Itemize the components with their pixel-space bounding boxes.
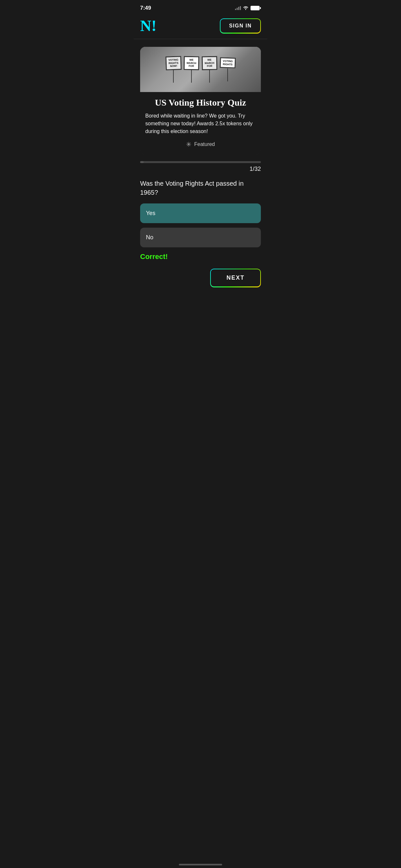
answer-yes-button[interactable]: Yes	[140, 204, 261, 223]
featured-badge: ✳ Featured	[145, 141, 256, 148]
battery-icon	[251, 6, 261, 10]
quiz-card-body: US Voting History Quiz Bored while waiti…	[140, 92, 261, 155]
protest-signs-overlay: VOTINGRIGHTSNOW! WEMARCHFOR WEMARCHFOR V…	[140, 47, 261, 92]
progress-count: 1/32	[140, 166, 261, 173]
progress-bar-background	[140, 161, 261, 163]
app-logo: N!	[140, 18, 157, 34]
wifi-icon	[243, 6, 249, 10]
question-text: Was the Voting Rights Act passed in 1965…	[140, 179, 261, 197]
header: N! SIGN IN	[134, 14, 267, 39]
svg-rect-0	[235, 9, 236, 10]
answer-no-label: No	[146, 234, 153, 241]
next-button-wrapper[interactable]: NEXT	[140, 269, 261, 287]
sign-in-button[interactable]: SIGN IN	[220, 19, 260, 33]
protest-sign-3: WEMARCHFOR	[202, 56, 217, 83]
quiz-title: US Voting History Quiz	[145, 97, 256, 108]
svg-rect-2	[238, 7, 239, 10]
answer-yes-label: Yes	[146, 210, 155, 216]
svg-rect-3	[240, 6, 241, 10]
quiz-card: VOTINGRIGHTSNOW! WEMARCHFOR WEMARCHFOR V…	[140, 47, 261, 155]
header-divider	[134, 39, 267, 39]
status-time: 7:49	[140, 5, 151, 11]
next-button-gradient[interactable]: NEXT	[210, 269, 261, 287]
featured-label: Featured	[194, 142, 215, 147]
next-button[interactable]: NEXT	[211, 269, 260, 286]
quiz-image: VOTINGRIGHTSNOW! WEMARCHFOR WEMARCHFOR V…	[140, 47, 261, 92]
answer-no-button[interactable]: No	[140, 228, 261, 247]
protest-sign-1: VOTINGRIGHTSNOW!	[166, 56, 181, 83]
question-section: Was the Voting Rights Act passed in 1965…	[140, 179, 261, 247]
protest-sign-4: VOTINGRIGHTS	[220, 58, 236, 81]
svg-rect-1	[237, 8, 238, 10]
progress-section: 1/32	[140, 161, 261, 173]
sign-in-button-wrapper[interactable]: SIGN IN	[220, 19, 261, 34]
featured-icon: ✳	[186, 141, 191, 148]
quiz-description: Bored while waiting in line? We got you.…	[145, 112, 256, 135]
signal-icon	[235, 6, 241, 10]
progress-bar-fill	[140, 161, 144, 163]
status-bar: 7:49	[134, 0, 267, 14]
feedback-text: Correct!	[140, 252, 261, 261]
protest-sign-2: WEMARCHFOR	[184, 56, 199, 83]
status-icons	[235, 6, 261, 10]
